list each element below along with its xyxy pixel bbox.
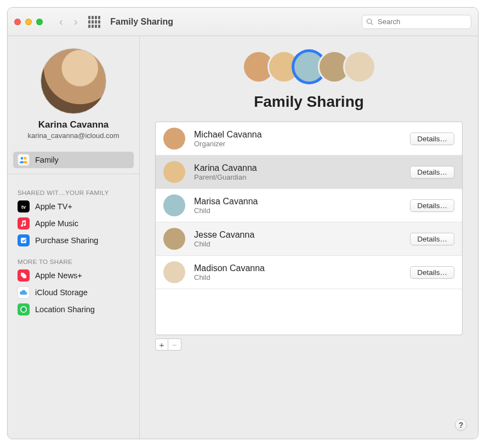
family-avatar-stack (155, 50, 463, 83)
sidebar-item-apple-news-[interactable]: Apple News+ (13, 267, 134, 284)
window-controls (14, 19, 43, 25)
member-role: Child (194, 240, 254, 248)
sidebar-shared-list: tvApple TV+Apple MusicPurchase Sharing (13, 198, 134, 249)
sidebar-header-shared: SHARED WIT…YOUR FAMILY (18, 189, 134, 196)
search-wrap (362, 15, 471, 29)
details-button[interactable]: Details… (410, 266, 454, 279)
svg-point-1 (24, 157, 27, 160)
zoom-button[interactable] (36, 19, 43, 25)
member-row[interactable]: Michael CavannaOrganizerDetails… (156, 122, 462, 156)
minimize-button[interactable] (25, 19, 32, 25)
sidebar-primary-list: Family (13, 152, 134, 168)
forward-button[interactable]: › (69, 15, 83, 28)
sidebar-item-purchase-sharing[interactable]: Purchase Sharing (13, 232, 134, 249)
sidebar-item-label: Family (35, 156, 59, 164)
family-avatar (343, 50, 376, 83)
svg-point-6 (22, 308, 24, 310)
sidebar-item-label: Apple News+ (35, 271, 82, 280)
sidebar-item-label: Apple Music (35, 219, 78, 228)
search-icon (366, 18, 374, 26)
sidebar-item-apple-music[interactable]: Apple Music (13, 215, 134, 232)
members-table: Michael CavannaOrganizerDetails…Karina C… (155, 122, 463, 335)
table-controls: + − (155, 338, 463, 351)
purchase-sharing-icon (18, 234, 30, 246)
close-button[interactable] (14, 19, 21, 25)
member-role: Child (194, 273, 265, 282)
apple-tv--icon: tv (18, 200, 30, 212)
profile-email: karina_cavanna@icloud.com (13, 131, 134, 140)
member-name: Karina Cavanna (194, 163, 257, 173)
apple-news--icon (18, 269, 30, 282)
back-button[interactable]: ‹ (54, 15, 69, 28)
sidebar-item-label: Apple TV+ (35, 202, 72, 211)
main-title: Family Sharing (155, 93, 463, 111)
sidebar-item-label: iCloud Storage (35, 288, 88, 297)
search-input[interactable] (362, 15, 471, 29)
sidebar-item-label: Purchase Sharing (35, 236, 98, 245)
sidebar-item-icloud-storage[interactable]: iCloud Storage (13, 284, 134, 301)
member-name: Michael Cavanna (194, 130, 262, 140)
svg-text:tv: tv (21, 204, 26, 210)
window: ‹ › Family Sharing Karina Cavanna karina… (7, 7, 478, 439)
member-text: Karina CavannaParent/Guardian (194, 163, 257, 181)
svg-point-0 (21, 157, 24, 160)
window-title: Family Sharing (110, 17, 173, 27)
details-button[interactable]: Details… (410, 133, 454, 145)
member-row[interactable]: Madison CavannaChildDetails… (156, 256, 462, 289)
body: Karina Cavanna karina_cavanna@icloud.com… (8, 36, 478, 439)
sidebar-item-family[interactable]: Family (13, 152, 134, 168)
sidebar-item-apple-tv-[interactable]: tvApple TV+ (13, 198, 134, 215)
remove-member-button[interactable]: − (168, 338, 181, 351)
toolbar: ‹ › Family Sharing (8, 8, 478, 36)
member-name: Jesse Cavanna (194, 230, 254, 240)
icloud-storage-icon (18, 286, 30, 298)
member-text: Madison CavannaChild (194, 263, 265, 282)
member-name: Marisa Cavanna (194, 197, 258, 206)
details-button[interactable]: Details… (410, 166, 454, 179)
all-preferences-button[interactable] (88, 16, 100, 28)
member-row[interactable]: Karina CavannaParent/GuardianDetails… (156, 156, 462, 189)
people-icon (19, 156, 28, 164)
apple-music-icon (18, 217, 30, 229)
member-avatar (163, 261, 185, 283)
divider (8, 174, 139, 174)
sidebar-header-more: MORE TO SHARE (18, 259, 134, 265)
details-button[interactable]: Details… (410, 199, 454, 212)
member-role: Organizer (194, 140, 262, 148)
member-role: Child (194, 206, 258, 215)
member-role: Parent/Guardian (194, 173, 257, 181)
family-icon (18, 154, 30, 166)
svg-rect-3 (21, 238, 26, 243)
member-avatar (163, 128, 185, 150)
sidebar: Karina Cavanna karina_cavanna@icloud.com… (8, 36, 139, 439)
sidebar-item-location-sharing[interactable]: Location Sharing (13, 301, 134, 318)
member-text: Michael CavannaOrganizer (194, 130, 262, 148)
add-member-button[interactable]: + (155, 338, 168, 351)
member-avatar (163, 194, 185, 216)
main-pane: Family Sharing Michael CavannaOrganizerD… (139, 36, 478, 439)
help-button[interactable]: ? (455, 419, 467, 431)
location-sharing-icon (18, 303, 30, 315)
member-text: Jesse CavannaChild (194, 230, 254, 248)
member-avatar (163, 228, 185, 250)
sidebar-item-label: Location Sharing (35, 305, 95, 314)
details-button[interactable]: Details… (410, 233, 454, 245)
member-row[interactable]: Jesse CavannaChildDetails… (156, 222, 462, 256)
member-avatar (163, 161, 185, 183)
sidebar-more-list: Apple News+iCloud StorageLocation Sharin… (13, 267, 134, 318)
member-name: Madison Cavanna (194, 263, 265, 273)
member-text: Marisa CavannaChild (194, 197, 258, 215)
profile-name: Karina Cavanna (13, 119, 134, 130)
member-row[interactable]: Marisa CavannaChildDetails… (156, 189, 462, 222)
profile-avatar[interactable] (41, 48, 106, 114)
